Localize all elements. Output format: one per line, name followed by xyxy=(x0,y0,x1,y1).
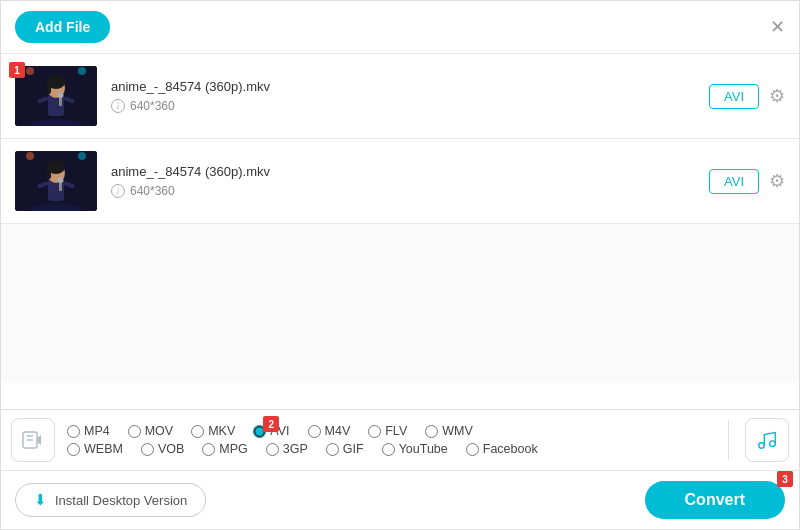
file-resolution-2: 640*360 xyxy=(130,184,175,198)
thumbnail-2 xyxy=(15,151,97,211)
format-m4v[interactable]: M4V xyxy=(308,424,351,438)
table-row: anime_-_84574 (360p).mkv i 640*360 AVI ⚙ xyxy=(1,139,799,224)
file-name-2: anime_-_84574 (360p).mkv xyxy=(111,164,709,179)
install-icon: ⬇ xyxy=(34,491,47,509)
svg-point-29 xyxy=(770,441,776,447)
svg-point-11 xyxy=(78,67,86,75)
svg-rect-17 xyxy=(47,167,51,179)
format-webm[interactable]: WEBM xyxy=(67,442,123,456)
format-facebook[interactable]: Facebook xyxy=(466,442,538,456)
file-actions-1: AVI ⚙ xyxy=(709,84,785,109)
action-bar: ⬇ Install Desktop Version 3 Convert xyxy=(1,471,799,529)
format-flv[interactable]: FLV xyxy=(368,424,407,438)
file-info-2: anime_-_84574 (360p).mkv i 640*360 xyxy=(111,164,709,198)
convert-button[interactable]: Convert xyxy=(645,481,785,519)
bottom-bar: MP4 MOV MKV 2 AVI M4V xyxy=(1,409,799,529)
format-options: MP4 MOV MKV 2 AVI M4V xyxy=(67,424,720,456)
file-list: 1 xyxy=(1,54,799,383)
file-meta-1: i 640*360 xyxy=(111,99,709,113)
format-youtube[interactable]: YouTube xyxy=(382,442,448,456)
badge-2: 2 xyxy=(263,416,279,432)
format-divider xyxy=(728,420,729,460)
format-mkv[interactable]: MKV xyxy=(191,424,235,438)
format-button-2[interactable]: AVI xyxy=(709,169,759,194)
info-icon-1[interactable]: i xyxy=(111,99,125,113)
format-3gp[interactable]: 3GP xyxy=(266,442,308,456)
svg-point-22 xyxy=(26,152,34,160)
svg-rect-5 xyxy=(47,82,51,94)
file-meta-2: i 640*360 xyxy=(111,184,709,198)
settings-button-1[interactable]: ⚙ xyxy=(769,87,785,105)
format-vob[interactable]: VOB xyxy=(141,442,184,456)
svg-point-10 xyxy=(26,67,34,75)
video-format-icon[interactable] xyxy=(11,418,55,462)
format-mpg[interactable]: MPG xyxy=(202,442,247,456)
format-row-1: MP4 MOV MKV 2 AVI M4V xyxy=(67,424,720,438)
file-info-1: anime_-_84574 (360p).mkv i 640*360 xyxy=(111,79,709,113)
install-desktop-button[interactable]: ⬇ Install Desktop Version xyxy=(15,483,206,517)
format-row-2: WEBM VOB MPG 3GP GIF YouTube xyxy=(67,442,720,456)
close-button[interactable]: ✕ xyxy=(770,18,785,36)
svg-point-7 xyxy=(58,92,64,98)
format-wmv[interactable]: WMV xyxy=(425,424,473,438)
file-name-1: anime_-_84574 (360p).mkv xyxy=(111,79,709,94)
badge-1: 1 xyxy=(9,62,25,78)
thumbnail-1 xyxy=(15,66,97,126)
format-button-1[interactable]: AVI xyxy=(709,84,759,109)
format-gif[interactable]: GIF xyxy=(326,442,364,456)
badge-3: 3 xyxy=(777,471,793,487)
music-format-icon[interactable] xyxy=(745,418,789,462)
svg-point-23 xyxy=(78,152,86,160)
header: Add File ✕ xyxy=(1,1,799,54)
convert-wrap: 3 Convert xyxy=(645,481,785,519)
file-actions-2: AVI ⚙ xyxy=(709,169,785,194)
format-bar: MP4 MOV MKV 2 AVI M4V xyxy=(1,410,799,471)
format-mov[interactable]: MOV xyxy=(128,424,173,438)
install-label: Install Desktop Version xyxy=(55,493,187,508)
file-resolution-1: 640*360 xyxy=(130,99,175,113)
table-row: 1 xyxy=(1,54,799,139)
svg-point-19 xyxy=(58,177,64,183)
info-icon-2[interactable]: i xyxy=(111,184,125,198)
format-mp4[interactable]: MP4 xyxy=(67,424,110,438)
svg-point-28 xyxy=(759,443,765,449)
add-file-button[interactable]: Add File xyxy=(15,11,110,43)
settings-button-2[interactable]: ⚙ xyxy=(769,172,785,190)
